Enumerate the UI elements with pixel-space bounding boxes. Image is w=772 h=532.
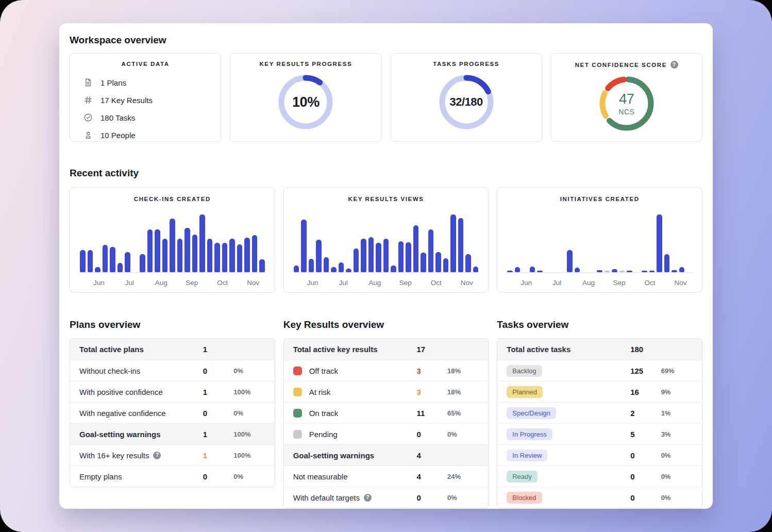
status-badge: Blocked — [507, 492, 542, 504]
chart-title: KEY RESULTS VIEWS — [293, 196, 479, 202]
key-results-progress-card: KEY RESULTS PROGRESS 10% — [230, 53, 381, 142]
row-percent: 100% — [233, 452, 250, 459]
bar-slot — [657, 214, 662, 272]
row-value: 180 — [630, 345, 643, 354]
bar-slot — [458, 218, 464, 272]
bar — [657, 214, 662, 272]
key-results-progress-caption: KEY RESULTS PROGRESS — [238, 61, 374, 67]
help-icon[interactable]: ? — [364, 494, 372, 502]
activity-chart-row: CHECK-INS CREATED JunJulAugSepOctNov KEY… — [70, 187, 702, 293]
x-tick-label: Jul — [552, 279, 561, 287]
row-label: With 16+ key results — [79, 451, 149, 460]
bar — [192, 235, 198, 272]
bar-slot — [597, 270, 602, 272]
bar — [294, 265, 299, 272]
bar — [252, 235, 258, 272]
bar-slot — [679, 267, 685, 272]
row-percent: 0% — [233, 473, 243, 480]
net-confidence-score-label: NET CONFIDENCE SCORE — [575, 62, 667, 68]
bar-slot — [443, 258, 449, 272]
x-tick-label: Oct — [645, 279, 656, 287]
bar-slot — [567, 250, 573, 272]
key-results-overview-title: Key Results overview — [283, 318, 489, 331]
bar — [354, 248, 359, 272]
table-row: Planned169% — [497, 381, 702, 402]
active-data-item: 1 Plans — [83, 74, 213, 91]
bar — [679, 267, 685, 272]
bar-slot — [184, 228, 190, 272]
active-data-caption: ACTIVE DATA — [77, 61, 213, 67]
x-tick-label: Oct — [431, 279, 442, 287]
table-row: With negative confidence00% — [70, 402, 275, 423]
bar — [398, 241, 404, 272]
bar-slot — [383, 239, 389, 272]
bar-slot — [346, 269, 351, 272]
x-tick-label: Aug — [155, 279, 167, 287]
row-label: On track — [309, 409, 339, 418]
row-value: 1 — [203, 345, 207, 354]
status-swatch — [293, 430, 302, 439]
ncs-unit: NCS — [618, 108, 634, 116]
key-results-views-chart: KEY RESULTS VIEWS JunJulAugSepOctNov — [283, 187, 489, 293]
bar — [567, 250, 573, 272]
bar-slot — [473, 267, 479, 272]
bar — [507, 271, 513, 272]
help-icon[interactable]: ? — [670, 61, 678, 69]
row-percent: 100% — [233, 430, 250, 438]
help-icon[interactable]: ? — [153, 452, 161, 459]
row-value: 0 — [203, 409, 207, 418]
bar-slot — [575, 268, 580, 272]
bar — [537, 271, 543, 272]
bar-slot — [309, 259, 314, 272]
row-label: Pending — [309, 430, 338, 439]
row-percent: 18% — [447, 367, 461, 375]
row-value: 5 — [630, 430, 634, 439]
bar — [237, 244, 243, 272]
bar — [214, 243, 220, 272]
bar-slot — [118, 263, 123, 272]
status-badge: Planned — [507, 386, 543, 398]
bar-slot — [177, 239, 183, 272]
row-value: 3 — [416, 388, 421, 396]
tasks-progress-donut: 32/180 — [436, 72, 497, 132]
bar-slot — [619, 271, 625, 272]
x-tick-label: Nov — [247, 279, 259, 287]
active-data-item: 10 People — [83, 126, 213, 144]
row-value: 1 — [203, 451, 207, 460]
chart-title: INITIATIVES CREATED — [507, 196, 693, 202]
table-header-row: Total active key results17 — [284, 339, 489, 360]
recent-activity-heading: Recent activity — [70, 167, 702, 180]
bar-slot — [199, 214, 205, 272]
row-percent: 0% — [447, 430, 457, 438]
bar — [515, 267, 521, 272]
bar-slot — [605, 271, 610, 272]
gradient-background: Workspace overview ACTIVE DATA 1 Plans17… — [0, 0, 772, 532]
row-value: 0 — [203, 472, 207, 481]
x-tick-label: Aug — [368, 279, 381, 287]
bar — [177, 239, 183, 272]
table-row: With positive confidence1100% — [70, 381, 275, 402]
x-tick-label: Jul — [339, 279, 347, 287]
table-header-row: Total active plans1 — [70, 339, 275, 360]
table-row: In Review00% — [497, 444, 702, 466]
status-badge: Backlog — [507, 365, 542, 377]
x-tick-label: Oct — [217, 279, 228, 287]
bar-slot — [376, 243, 381, 272]
x-axis-labels: JunJulAugSepOctNov — [507, 273, 693, 291]
bar-slot — [316, 240, 322, 272]
bar — [597, 270, 602, 272]
active-data-list: 1 Plans17 Key Results180 Tasks10 People — [77, 74, 213, 144]
x-tick-label: Sep — [186, 279, 198, 287]
bar-slot — [103, 245, 108, 272]
key-results-overview-section: Key Results overview Total active key re… — [283, 318, 489, 508]
row-value: 16 — [630, 388, 639, 396]
bar-slot — [88, 250, 93, 272]
bar — [619, 271, 625, 272]
bar — [368, 237, 374, 272]
bar-slot — [465, 254, 471, 272]
x-tick-label: Sep — [399, 279, 412, 287]
bar-slot — [435, 252, 441, 272]
row-label: Goal-setting warnings — [79, 430, 161, 439]
row-value: 1 — [203, 388, 207, 396]
initiatives-created-chart: INITIATIVES CREATED JunJulAugSepOctNov — [497, 187, 702, 293]
